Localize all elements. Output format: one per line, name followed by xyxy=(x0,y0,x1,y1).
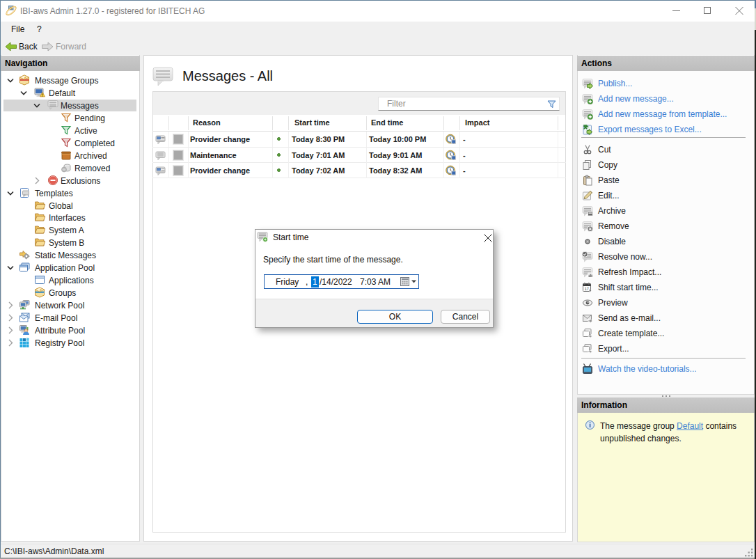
svg-text:17: 17 xyxy=(585,287,589,291)
